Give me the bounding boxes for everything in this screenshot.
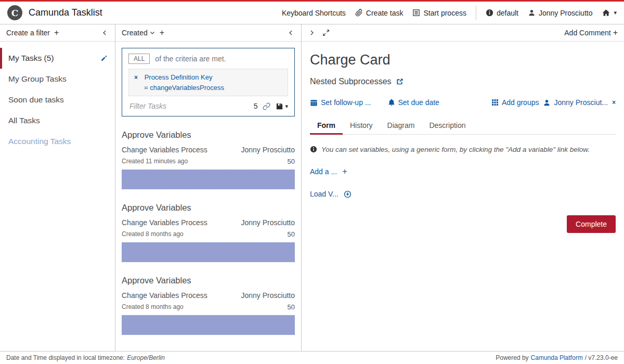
detail-tabs: Form History Diagram Description xyxy=(310,118,616,135)
fullscreen-icon[interactable] xyxy=(322,29,330,36)
task-list: Approve Variables Change Variables Proce… xyxy=(115,123,301,341)
task-created: Created 8 months ago xyxy=(122,230,184,238)
task-priority: 50 xyxy=(288,303,295,311)
add-comment-button[interactable]: Add Comment + xyxy=(564,29,618,37)
task-name: Approve Variables xyxy=(122,203,295,213)
home-icon xyxy=(602,8,610,17)
create-filter-link[interactable]: Create a filter xyxy=(6,29,50,37)
save-filter-button[interactable]: ▾ xyxy=(276,102,288,110)
criterion-value-link[interactable]: = changeVariablesProcess xyxy=(144,83,282,93)
header-divider xyxy=(476,6,476,20)
create-task-button[interactable]: Create task xyxy=(355,9,404,17)
info-icon xyxy=(310,146,317,153)
task-process: Change Variables Process xyxy=(122,218,207,227)
task-detail-header: Add Comment + xyxy=(302,24,624,42)
calendar-icon xyxy=(310,99,318,107)
criteria-match-row: ALL of the criteria are met. xyxy=(128,54,288,64)
sidebar-header: Create a filter + xyxy=(0,24,115,42)
load-variables-link[interactable]: Load V... xyxy=(310,190,339,198)
version-label: / v7.23.0-ee xyxy=(585,354,618,361)
sort-by-created-dropdown[interactable]: Created xyxy=(122,29,155,37)
collapse-task-list-icon[interactable] xyxy=(288,29,295,36)
task-actions-row: Set follow-up ... Set due date Add group… xyxy=(310,98,616,107)
task-assignee: Jonny Prosciutto xyxy=(241,146,295,154)
task-priority: 50 xyxy=(288,230,295,238)
match-type-badge[interactable]: ALL xyxy=(128,54,150,64)
sidebar-item-my-group-tasks[interactable]: My Group Tasks xyxy=(0,69,115,89)
match-text: of the criteria are met. xyxy=(155,55,226,63)
process-definition-name: Nested Subprocesses xyxy=(310,77,392,86)
task-placeholder-pattern xyxy=(122,170,295,189)
add-groups-link[interactable]: Add groups xyxy=(491,98,539,107)
task-list-item[interactable]: Approve Variables Change Variables Proce… xyxy=(115,196,301,262)
sidebar-item-soon-due-tasks[interactable]: Soon due tasks xyxy=(0,89,115,110)
edit-filter-icon[interactable] xyxy=(100,55,108,62)
process-definition-row: Nested Subprocesses xyxy=(310,77,616,86)
task-placeholder-pattern xyxy=(122,315,295,335)
task-assignee: Jonny Prosciutto xyxy=(241,291,295,300)
set-due-date-link[interactable]: Set due date xyxy=(388,98,439,107)
task-priority: 50 xyxy=(288,158,295,165)
start-process-button[interactable]: Start process xyxy=(412,9,466,17)
task-count: 5 xyxy=(254,102,258,110)
task-detail-panel: Add Comment + Charge Card Nested Subproc… xyxy=(302,24,624,351)
add-sort-icon[interactable]: + xyxy=(160,29,164,37)
task-created: Created 8 months ago xyxy=(122,303,184,311)
filter-tasks-input[interactable] xyxy=(128,101,249,111)
add-variable-link[interactable]: Add a ... xyxy=(310,167,337,176)
form-info-text: You can set variables, using a generic f… xyxy=(321,146,590,153)
home-menu[interactable]: ▾ xyxy=(602,8,617,17)
task-list-item[interactable]: Approve Variables Change Variables Proce… xyxy=(115,268,301,335)
caret-down-icon: ▾ xyxy=(285,103,288,109)
plus-icon[interactable]: + xyxy=(54,29,59,37)
filters-sidebar: Create a filter + My Tasks (5) My Group … xyxy=(0,24,115,351)
person-icon xyxy=(528,9,536,17)
timezone-value: Europe/Berlin xyxy=(127,354,165,361)
process-list-icon xyxy=(412,9,420,17)
chevron-down-icon xyxy=(149,30,155,36)
save-floppy-icon xyxy=(276,102,283,110)
task-assignee: Jonny Prosciutto xyxy=(241,218,295,227)
tab-description[interactable]: Description xyxy=(422,118,473,135)
tab-diagram[interactable]: Diagram xyxy=(380,118,422,135)
header-nav: Keyboard Shortcuts Create task Start pro… xyxy=(282,6,617,20)
person-icon xyxy=(543,99,551,107)
sidebar-item-my-tasks[interactable]: My Tasks (5) xyxy=(0,48,115,69)
task-list-column: Created + ALL of the criteria are met. ×… xyxy=(115,24,302,351)
sidebar-item-accounting-tasks[interactable]: Accounting Tasks xyxy=(0,131,115,152)
copy-link-icon[interactable] xyxy=(263,102,270,110)
task-list-header: Created + xyxy=(115,24,301,42)
criterion-name-link[interactable]: Process Definition Key xyxy=(145,73,213,81)
tab-history[interactable]: History xyxy=(343,118,380,135)
plus-icon: + xyxy=(613,28,618,37)
paperclip-icon xyxy=(355,9,363,17)
task-name: Approve Variables xyxy=(122,276,295,285)
remove-criterion-icon[interactable]: × xyxy=(134,74,138,81)
external-link-icon[interactable] xyxy=(396,78,404,86)
complete-button[interactable]: Complete xyxy=(567,215,616,233)
info-icon xyxy=(486,9,493,17)
assignment-actions: Add groups Jonny Prosciut... × xyxy=(491,98,616,107)
add-variable-row: Add a ... + xyxy=(310,167,616,176)
remove-assignee-icon[interactable]: × xyxy=(612,99,616,106)
plus-icon[interactable]: + xyxy=(342,167,347,176)
collapse-sidebar-icon[interactable] xyxy=(101,29,109,36)
engine-selector[interactable]: default xyxy=(486,9,518,17)
caret-down-icon: ▾ xyxy=(614,10,617,16)
app-title: Camunda Tasklist xyxy=(29,7,102,18)
sidebar-item-all-tasks[interactable]: All Tasks xyxy=(0,110,115,131)
filter-criteria-box: ALL of the criteria are met. × Process D… xyxy=(122,48,295,116)
assignee-link[interactable]: Jonny Prosciut... xyxy=(543,98,608,107)
task-detail-body: Charge Card Nested Subprocesses Set foll… xyxy=(302,42,624,351)
task-placeholder-pattern xyxy=(122,242,295,262)
expand-task-list-icon[interactable] xyxy=(308,29,315,36)
tab-form[interactable]: Form xyxy=(310,118,343,135)
set-follow-up-link[interactable]: Set follow-up ... xyxy=(310,98,371,107)
app-header: C Camunda Tasklist Keyboard Shortcuts Cr… xyxy=(0,2,624,24)
download-circle-icon[interactable] xyxy=(344,190,352,198)
user-menu[interactable]: Jonny Prosciutto xyxy=(528,9,593,17)
timezone-info: Date and Time displayed in local timezon… xyxy=(6,354,165,361)
camunda-platform-link[interactable]: Camunda Platform xyxy=(531,354,583,361)
task-list-item[interactable]: Approve Variables Change Variables Proce… xyxy=(115,123,301,189)
keyboard-shortcuts-link[interactable]: Keyboard Shortcuts xyxy=(282,9,346,17)
